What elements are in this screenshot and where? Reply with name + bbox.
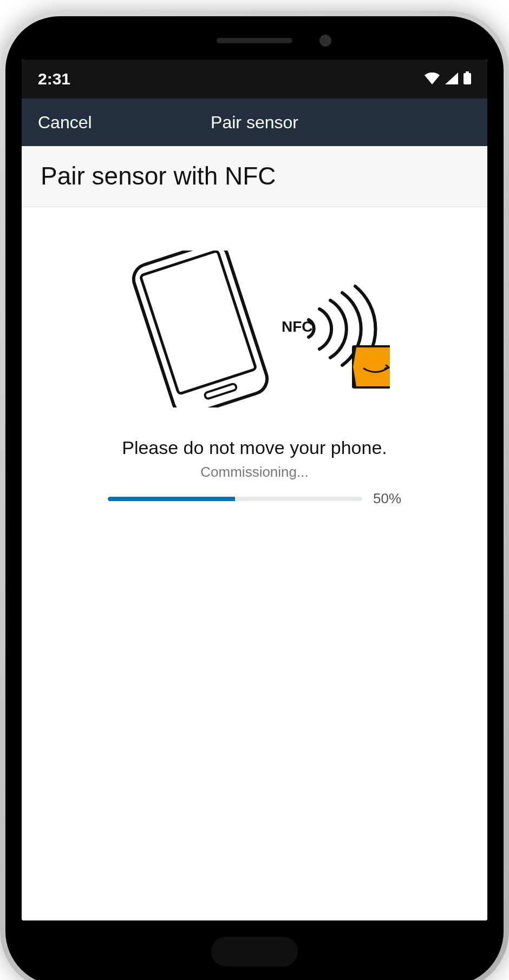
page-title-bar: Pair sensor with NFC [22, 146, 487, 207]
progress-percent-label: 50% [373, 490, 401, 507]
svg-rect-3 [140, 251, 256, 394]
progress-bar [108, 497, 362, 501]
wifi-icon [425, 70, 440, 88]
status-bar: 2:31 [22, 60, 487, 98]
nfc-pairing-illustration: NFC [119, 251, 390, 407]
battery-icon [464, 70, 471, 88]
header-title: Pair sensor [211, 113, 298, 133]
cancel-button[interactable]: Cancel [38, 113, 92, 133]
cellular-icon [445, 70, 458, 88]
phone-speaker [217, 38, 292, 43]
screen: 2:31 Cancel Pair sensor [22, 60, 487, 920]
sensor-icon [352, 345, 390, 389]
app-header: Cancel Pair sensor [22, 98, 487, 146]
status-time: 2:31 [38, 70, 70, 88]
page-title: Pair sensor with NFC [41, 161, 468, 190]
content-area: NFC [22, 207, 487, 920]
svg-rect-0 [466, 71, 469, 73]
phone-device-frame: 2:31 Cancel Pair sensor [0, 11, 509, 980]
svg-rect-1 [464, 73, 471, 84]
commissioning-status: Commissioning... [200, 464, 308, 481]
instruction-text: Please do not move your phone. [122, 437, 387, 458]
phone-home-button[interactable] [211, 937, 298, 966]
phone-front-camera [319, 35, 331, 47]
svg-marker-6 [353, 347, 390, 386]
progress-fill [108, 497, 235, 501]
progress-row: 50% [108, 490, 401, 507]
status-indicators [425, 70, 471, 88]
phone-device-body: 2:31 Cancel Pair sensor [5, 16, 504, 980]
